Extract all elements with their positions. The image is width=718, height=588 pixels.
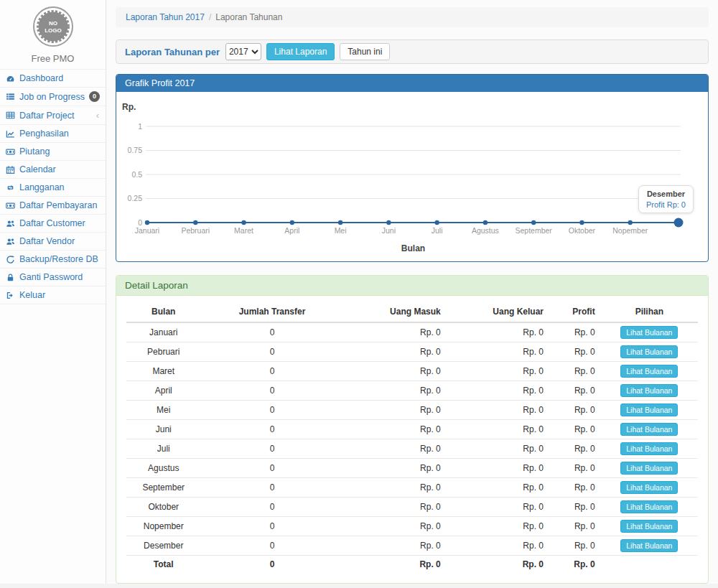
cell-profit: Rp. 0 bbox=[549, 459, 601, 478]
sidebar-item-daftar-customer[interactable]: Daftar Customer bbox=[0, 214, 106, 232]
lihat-bulanan-button-juli[interactable]: Lihat Bulanan bbox=[620, 442, 678, 455]
refresh-icon bbox=[6, 255, 15, 264]
sidebar-item-backup-restore-db[interactable]: Backup/Restore DB bbox=[0, 250, 106, 268]
cell-jumlah_transfer: 0 bbox=[200, 401, 343, 420]
cell-uang_masuk: Rp. 0 bbox=[343, 439, 446, 459]
sidebar-item-dashboard[interactable]: Dashboard bbox=[0, 69, 106, 87]
cell-bulan: Agustus bbox=[126, 459, 200, 478]
dashboard-icon bbox=[6, 74, 15, 83]
sidebar-item-calendar[interactable]: Calendar bbox=[0, 160, 106, 178]
sidebar-menu: DashboardJob on Progress0Daftar Project‹… bbox=[0, 69, 106, 304]
money-icon bbox=[6, 147, 15, 157]
users-icon bbox=[6, 219, 15, 228]
lihat-bulanan-button-april[interactable]: Lihat Bulanan bbox=[620, 384, 678, 397]
cell-jumlah_transfer: 0 bbox=[200, 517, 343, 536]
cell-pilihan: Lihat Bulanan bbox=[601, 401, 698, 420]
table-row-mei: Mei0Rp. 0Rp. 0Rp. 0Lihat Bulanan bbox=[126, 401, 698, 420]
x-tick-label: Pebruari bbox=[181, 226, 210, 235]
cell-uang_keluar: Rp. 0 bbox=[447, 439, 549, 459]
sidebar-item-ganti-password[interactable]: Ganti Password bbox=[0, 268, 106, 286]
cell-uang_keluar: Rp. 0 bbox=[447, 342, 549, 362]
cell-pilihan: Lihat Bulanan bbox=[601, 342, 698, 362]
cell-pilihan: Lihat Bulanan bbox=[601, 498, 698, 517]
lihat-bulanan-button-juni[interactable]: Lihat Bulanan bbox=[620, 423, 678, 436]
cell-profit: Rp. 0 bbox=[549, 420, 601, 439]
table-body: Januari0Rp. 0Rp. 0Rp. 0Lihat BulananPebr… bbox=[126, 322, 698, 556]
data-point-januari[interactable] bbox=[145, 220, 149, 225]
data-point-maret[interactable] bbox=[241, 220, 246, 225]
data-point-juli[interactable] bbox=[434, 220, 439, 225]
cell-uang_keluar: Rp. 0 bbox=[447, 420, 549, 439]
lihat-laporan-button[interactable]: Lihat Laporan bbox=[266, 43, 335, 60]
cell-jumlah_transfer: 0 bbox=[200, 420, 343, 439]
data-point-desember[interactable] bbox=[674, 218, 684, 228]
table-row-total: Total0Rp. 0Rp. 0Rp. 0 bbox=[126, 556, 698, 574]
tahun-ini-button[interactable]: Tahun ini bbox=[340, 43, 390, 60]
sidebar-item-keluar[interactable]: Keluar bbox=[0, 286, 106, 304]
sidebar-item-label: Keluar bbox=[19, 290, 102, 300]
data-point-agustus[interactable] bbox=[483, 220, 488, 225]
y-tick-label: 0.75 bbox=[128, 146, 143, 154]
sidebar-item-daftar-pembayaran[interactable]: Daftar Pembayaran bbox=[0, 196, 106, 214]
y-tick-label: 1 bbox=[138, 122, 142, 131]
breadcrumb-link[interactable]: Laporan Tahun 2017 bbox=[126, 12, 205, 22]
cell-bulan: Juni bbox=[126, 420, 200, 439]
cell-uang_masuk: Rp. 0 bbox=[343, 478, 446, 498]
monthly-report-table: BulanJumlah TransferUang MasukUang Kelua… bbox=[126, 302, 698, 573]
cell-uang_masuk: Rp. 0 bbox=[343, 342, 446, 362]
table-row-agustus: Agustus0Rp. 0Rp. 0Rp. 0Lihat Bulanan bbox=[126, 459, 698, 478]
table-row-pebruari: Pebruari0Rp. 0Rp. 0Rp. 0Lihat Bulanan bbox=[126, 342, 698, 362]
lihat-bulanan-button-desember[interactable]: Lihat Bulanan bbox=[620, 539, 678, 552]
sidebar-item-daftar-vendor[interactable]: Daftar Vendor bbox=[0, 232, 106, 250]
data-point-april[interactable] bbox=[290, 220, 294, 225]
lihat-bulanan-button-pebruari[interactable]: Lihat Bulanan bbox=[620, 345, 678, 358]
users-icon bbox=[6, 237, 15, 246]
sidebar-item-label: Daftar Vendor bbox=[19, 236, 102, 246]
y-tick-label: 0 bbox=[138, 218, 142, 227]
data-point-juni[interactable] bbox=[386, 220, 391, 225]
data-point-september[interactable] bbox=[531, 220, 536, 225]
cell-profit: Rp. 0 bbox=[549, 439, 601, 459]
profit-chart: Rp.00.250.50.751JanuariPebruariMaretApri… bbox=[116, 92, 705, 261]
x-axis-title: Bulan bbox=[401, 243, 425, 253]
sidebar-item-label: Ganti Password bbox=[19, 272, 102, 282]
data-point-oktober[interactable] bbox=[579, 220, 584, 225]
data-point-nopember[interactable] bbox=[628, 220, 633, 225]
filter-label: Laporan Tahunan per bbox=[125, 47, 220, 57]
x-tick-label: Maret bbox=[234, 226, 253, 235]
lihat-bulanan-button-januari[interactable]: Lihat Bulanan bbox=[620, 326, 678, 339]
sidebar-item-piutang[interactable]: Piutang bbox=[0, 142, 106, 160]
detail-panel-title: Detail Laporan bbox=[116, 276, 708, 296]
lihat-bulanan-button-september[interactable]: Lihat Bulanan bbox=[620, 481, 678, 494]
cell-jumlah_transfer: 0 bbox=[200, 381, 343, 401]
chart-panel-title: Grafik Profit 2017 bbox=[116, 75, 708, 92]
sidebar-item-penghasilan[interactable]: Penghasilan bbox=[0, 124, 106, 142]
x-tick-label: Juni bbox=[382, 226, 396, 235]
tasks-icon bbox=[6, 92, 15, 101]
lihat-bulanan-button-nopember[interactable]: Lihat Bulanan bbox=[620, 520, 678, 533]
breadcrumb-current: Laporan Tahunan bbox=[215, 12, 282, 22]
total-uang_keluar: Rp. 0 bbox=[447, 556, 549, 574]
data-point-pebruari[interactable] bbox=[193, 220, 197, 225]
sidebar-item-job-on-progress[interactable]: Job on Progress0 bbox=[0, 87, 106, 106]
lihat-bulanan-button-oktober[interactable]: Lihat Bulanan bbox=[620, 500, 678, 513]
table-row-desember: Desember0Rp. 0Rp. 0Rp. 0Lihat Bulanan bbox=[126, 536, 698, 556]
cell-bulan: Maret bbox=[126, 362, 200, 381]
cell-bulan: Desember bbox=[126, 536, 200, 556]
lihat-bulanan-button-maret[interactable]: Lihat Bulanan bbox=[620, 365, 678, 378]
cell-uang_keluar: Rp. 0 bbox=[447, 322, 549, 342]
sidebar-item-daftar-project[interactable]: Daftar Project‹ bbox=[0, 106, 106, 124]
cell-profit: Rp. 0 bbox=[549, 342, 601, 362]
total-bulan: Total bbox=[126, 556, 200, 574]
year-select[interactable]: 2017 bbox=[225, 43, 261, 60]
lihat-bulanan-button-agustus[interactable]: Lihat Bulanan bbox=[620, 462, 678, 475]
profit-chart-panel: Grafik Profit 2017 Rp.00.250.50.751Janua… bbox=[116, 74, 709, 262]
cell-uang_keluar: Rp. 0 bbox=[447, 517, 549, 536]
lihat-bulanan-button-mei[interactable]: Lihat Bulanan bbox=[620, 403, 678, 416]
x-tick-label: Januari bbox=[135, 226, 159, 235]
cell-bulan: Oktober bbox=[126, 498, 200, 517]
cell-profit: Rp. 0 bbox=[549, 362, 601, 381]
total-pilihan-empty bbox=[601, 556, 698, 574]
sidebar-item-langganan[interactable]: Langganan bbox=[0, 178, 106, 196]
data-point-mei[interactable] bbox=[338, 220, 342, 225]
